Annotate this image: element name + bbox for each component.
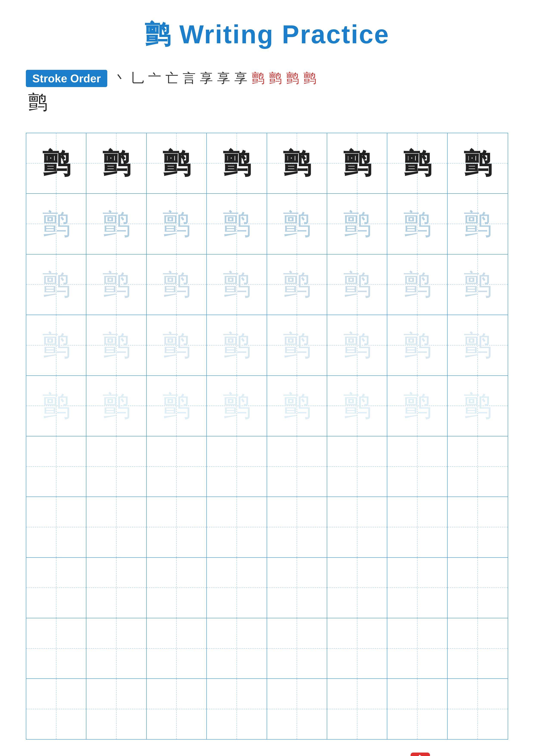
- footer: https://www.strokeorder.com/chinese/鹯 字 …: [26, 753, 508, 756]
- grid-cell[interactable]: [207, 618, 267, 678]
- footer-logo-icon: 字: [411, 753, 430, 756]
- grid-cell[interactable]: [387, 436, 447, 497]
- grid-cell[interactable]: [207, 679, 267, 739]
- grid-cell[interactable]: [87, 558, 146, 618]
- grid-cell: 鹯: [26, 133, 87, 193]
- grid-row: 鹯 鹯 鹯 鹯 鹯 鹯 鹯 鹯: [26, 133, 508, 194]
- grid-cell: 鹯: [327, 133, 387, 193]
- grid-cell[interactable]: [207, 558, 267, 618]
- grid-cell[interactable]: [327, 618, 387, 678]
- grid-row: 鹯 鹯 鹯 鹯 鹯 鹯 鹯 鹯: [26, 315, 508, 376]
- grid-cell[interactable]: [147, 436, 207, 497]
- grid-cell: 鹯: [327, 194, 387, 254]
- grid-cell: 鹯: [207, 133, 267, 193]
- grid-row: [26, 618, 508, 679]
- grid-cell: 鹯: [26, 315, 87, 375]
- grid-cell: 鹯: [207, 315, 267, 375]
- grid-cell[interactable]: [447, 679, 508, 739]
- grid-row: 鹯 鹯 鹯 鹯 鹯 鹯 鹯 鹯: [26, 255, 508, 315]
- grid-cell: 鹯: [26, 194, 87, 254]
- grid-cell[interactable]: [87, 679, 146, 739]
- grid-cell[interactable]: [267, 618, 327, 678]
- grid-cell: 鹯: [147, 255, 207, 315]
- grid-cell[interactable]: [267, 679, 327, 739]
- grid-cell: 鹯: [87, 315, 146, 375]
- grid-cell[interactable]: [267, 436, 327, 497]
- grid-cell: 鹯: [26, 376, 87, 436]
- grid-cell: 鹯: [267, 133, 327, 193]
- grid-cell: 鹯: [447, 133, 508, 193]
- grid-cell: 鹯: [387, 194, 447, 254]
- stroke-sequence: 丶 ⺃ 亠 亡 言 享 享 享 鹯 鹯 鹯 鹯: [114, 69, 316, 87]
- grid-cell: 鹯: [267, 376, 327, 436]
- page-title: 鹯 Writing Practice: [144, 17, 390, 52]
- grid-cell: 鹯: [87, 194, 146, 254]
- grid-cell: 鹯: [147, 194, 207, 254]
- grid-cell: 鹯: [387, 376, 447, 436]
- grid-cell[interactable]: [267, 497, 327, 557]
- grid-row: 鹯 鹯 鹯 鹯 鹯 鹯 鹯 鹯: [26, 194, 508, 254]
- grid-cell[interactable]: [207, 436, 267, 497]
- grid-cell[interactable]: [26, 679, 87, 739]
- grid-row: 鹯 鹯 鹯 鹯 鹯 鹯 鹯 鹯: [26, 376, 508, 436]
- grid-cell[interactable]: [147, 497, 207, 557]
- grid-cell: 鹯: [147, 133, 207, 193]
- grid-cell: 鹯: [87, 376, 146, 436]
- grid-cell[interactable]: [207, 497, 267, 557]
- grid-cell: 鹯: [327, 315, 387, 375]
- grid-cell: 鹯: [207, 376, 267, 436]
- grid-cell[interactable]: [447, 497, 508, 557]
- grid-cell[interactable]: [147, 679, 207, 739]
- grid-cell[interactable]: [26, 618, 87, 678]
- grid-cell[interactable]: [447, 558, 508, 618]
- grid-cell: 鹯: [387, 315, 447, 375]
- grid-cell: 鹯: [447, 376, 508, 436]
- grid-cell: 鹯: [147, 315, 207, 375]
- practice-grid: 鹯 鹯 鹯 鹯 鹯 鹯 鹯 鹯 鹯 鹯 鹯 鹯 鹯 鹯 鹯 鹯 鹯 鹯 鹯 鹯 …: [26, 133, 508, 740]
- standalone-char: 鹯: [28, 89, 508, 116]
- grid-cell[interactable]: [267, 558, 327, 618]
- grid-row: [26, 558, 508, 618]
- grid-cell[interactable]: [387, 618, 447, 678]
- stroke-order-badge: Stroke Order: [26, 70, 107, 87]
- grid-cell: 鹯: [447, 255, 508, 315]
- grid-cell: 鹯: [447, 315, 508, 375]
- grid-cell[interactable]: [387, 558, 447, 618]
- grid-cell[interactable]: [387, 497, 447, 557]
- grid-cell[interactable]: [87, 436, 146, 497]
- stroke-order-row: Stroke Order 丶 ⺃ 亠 亡 言 享 享 享 鹯 鹯 鹯 鹯: [26, 69, 508, 87]
- grid-cell[interactable]: [387, 679, 447, 739]
- stroke-order-section: Stroke Order 丶 ⺃ 亠 亡 言 享 享 享 鹯 鹯 鹯 鹯 鹯: [26, 69, 508, 124]
- grid-cell[interactable]: [26, 497, 87, 557]
- footer-logo: 字 StrokeOrder: [411, 753, 504, 756]
- grid-cell: 鹯: [207, 255, 267, 315]
- grid-cell[interactable]: [147, 558, 207, 618]
- grid-cell[interactable]: [147, 618, 207, 678]
- grid-cell[interactable]: [26, 558, 87, 618]
- grid-cell: 鹯: [207, 194, 267, 254]
- grid-cell[interactable]: [87, 497, 146, 557]
- grid-cell[interactable]: [327, 497, 387, 557]
- grid-cell: 鹯: [147, 376, 207, 436]
- grid-row: [26, 436, 508, 497]
- grid-cell: 鹯: [26, 255, 87, 315]
- grid-cell: 鹯: [87, 133, 146, 193]
- grid-cell: 鹯: [327, 255, 387, 315]
- grid-cell[interactable]: [447, 436, 508, 497]
- grid-cell: 鹯: [447, 194, 508, 254]
- grid-cell[interactable]: [327, 436, 387, 497]
- grid-cell: 鹯: [327, 376, 387, 436]
- grid-cell: 鹯: [267, 315, 327, 375]
- grid-cell[interactable]: [26, 436, 87, 497]
- grid-cell[interactable]: [327, 558, 387, 618]
- grid-cell: 鹯: [387, 133, 447, 193]
- grid-row: [26, 679, 508, 739]
- grid-cell: 鹯: [267, 194, 327, 254]
- page: 鹯 Writing Practice Stroke Order 丶 ⺃ 亠 亡 …: [0, 0, 534, 756]
- grid-row: [26, 497, 508, 557]
- grid-cell[interactable]: [447, 618, 508, 678]
- grid-cell[interactable]: [87, 618, 146, 678]
- footer-logo-text: StrokeOrder: [433, 755, 504, 756]
- grid-cell[interactable]: [327, 679, 387, 739]
- grid-cell: 鹯: [87, 255, 146, 315]
